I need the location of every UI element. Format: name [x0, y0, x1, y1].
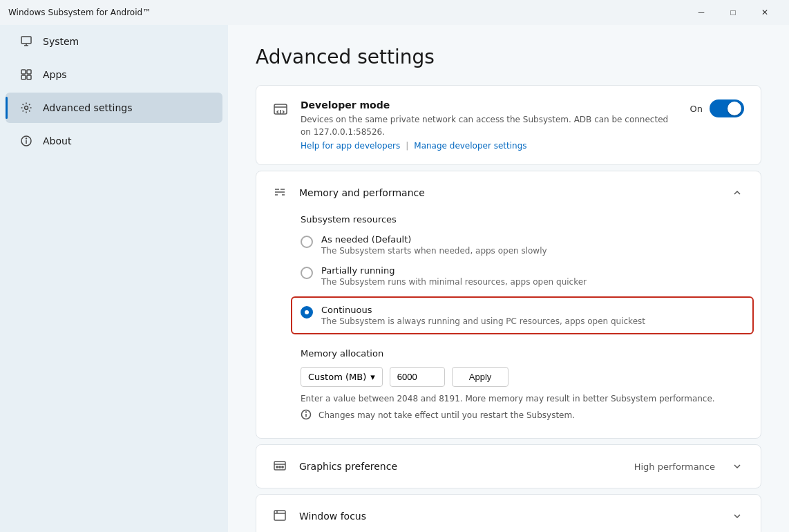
radio-as-needed: As needed (Default) The Subsystem starts…	[301, 234, 744, 256]
svg-rect-24	[279, 466, 281, 468]
sidebar-item-advanced-settings[interactable]: Advanced settings	[6, 93, 222, 123]
subsystem-resources-title: Subsystem resources	[301, 214, 744, 225]
memory-dropdown[interactable]: Custom (MB) ▾	[301, 367, 383, 387]
memory-warning-row: Changes may not take effect until you re…	[301, 409, 744, 421]
app-layout: System Apps Advanced settings	[0, 25, 789, 532]
radio-partially-running-button[interactable]	[301, 267, 313, 279]
svg-rect-26	[274, 511, 285, 520]
memory-performance-card: Memory and performance Subsystem resourc…	[256, 171, 761, 439]
svg-rect-5	[21, 75, 26, 79]
svg-point-7	[25, 106, 28, 110]
graphics-preference-title: Graphics preference	[299, 461, 625, 472]
graphics-preference-header[interactable]: Graphics preference High performance	[256, 445, 761, 488]
link-separator: |	[406, 141, 408, 151]
memory-warning-text: Changes may not take effect until you re…	[319, 410, 575, 420]
graphics-preference-value: High performance	[634, 462, 715, 472]
memory-hint: Enter a value between 2048 and 8191. Mor…	[301, 394, 744, 403]
radio-as-needed-button[interactable]	[301, 236, 313, 248]
radio-continuous: Continuous The Subsystem is always runni…	[291, 296, 754, 334]
svg-rect-25	[282, 466, 283, 468]
svg-rect-0	[21, 37, 31, 44]
svg-point-10	[26, 138, 27, 139]
window-focus-card: Window focus	[256, 494, 761, 532]
memory-performance-icon	[273, 185, 289, 202]
memory-performance-chevron	[730, 186, 744, 200]
sidebar-system-label: System	[43, 36, 79, 47]
sidebar-about-label: About	[43, 135, 71, 146]
developer-mode-header: Developer mode Devices on the same priva…	[256, 86, 761, 164]
window-focus-chevron	[730, 509, 744, 523]
memory-controls: Custom (MB) ▾ Apply	[301, 367, 744, 387]
svg-rect-23	[276, 466, 278, 468]
radio-partially-running: Partially running The Subsystem runs wit…	[301, 265, 744, 287]
developer-mode-icon	[273, 101, 289, 117]
radio-continuous-button[interactable]	[301, 306, 313, 319]
page-title: Advanced settings	[256, 46, 761, 68]
svg-rect-3	[21, 70, 26, 74]
grid-icon	[19, 68, 33, 82]
close-button[interactable]: ✕	[749, 1, 781, 23]
memory-input[interactable]	[390, 367, 445, 387]
minimize-button[interactable]: ─	[685, 1, 717, 23]
developer-mode-desc: Devices on the same private network can …	[301, 113, 679, 138]
graphics-preference-card: Graphics preference High performance	[256, 444, 761, 488]
radio-continuous-label: Continuous	[321, 305, 744, 315]
developer-mode-card: Developer mode Devices on the same priva…	[256, 85, 761, 165]
sidebar-advanced-settings-label: Advanced settings	[43, 102, 132, 113]
developer-mode-toggle-area: On	[690, 99, 744, 117]
info-circle-icon	[301, 409, 313, 421]
monitor-icon	[19, 35, 33, 48]
sidebar-item-system[interactable]: System	[6, 26, 222, 57]
sidebar-item-about[interactable]: About	[6, 126, 222, 156]
sidebar-item-apps[interactable]: Apps	[6, 59, 222, 90]
window-focus-header[interactable]: Window focus	[256, 495, 761, 532]
sidebar: System Apps Advanced settings	[0, 25, 228, 532]
graphics-icon	[273, 459, 289, 475]
svg-rect-6	[27, 75, 31, 79]
radio-continuous-text: Continuous The Subsystem is always runni…	[321, 305, 744, 326]
window-focus-title: Window focus	[299, 511, 721, 522]
radio-as-needed-text: As needed (Default) The Subsystem starts…	[321, 234, 744, 256]
svg-rect-4	[27, 70, 31, 74]
gear-icon	[19, 101, 33, 115]
maximize-button[interactable]: □	[717, 1, 749, 23]
developer-mode-content: Developer mode Devices on the same priva…	[301, 99, 679, 151]
dropdown-chevron-icon: ▾	[370, 372, 375, 382]
app-title: Windows Subsystem for Android™	[8, 8, 151, 17]
radio-as-needed-label: As needed (Default)	[321, 234, 744, 245]
window-icon	[273, 509, 289, 525]
radio-as-needed-desc: The Subsystem starts when needed, apps o…	[321, 246, 744, 256]
developer-mode-links: Help for app developers | Manage develop…	[301, 141, 679, 151]
toggle-on-label: On	[690, 104, 703, 114]
radio-partially-running-desc: The Subsystem runs with minimal resource…	[321, 277, 744, 287]
radio-partially-running-text: Partially running The Subsystem runs wit…	[321, 265, 744, 287]
memory-dropdown-value: Custom (MB)	[308, 372, 366, 382]
graphics-preference-chevron	[730, 459, 744, 473]
toggle-thumb	[728, 102, 741, 115]
radio-partially-running-label: Partially running	[321, 265, 744, 276]
memory-performance-body: Subsystem resources As needed (Default) …	[256, 214, 761, 438]
radio-continuous-desc: The Subsystem is always running and usin…	[321, 316, 744, 326]
memory-allocation-title: Memory allocation	[301, 348, 744, 359]
developer-mode-toggle[interactable]	[710, 99, 744, 117]
svg-point-20	[306, 412, 307, 412]
window-controls: ─ □ ✕	[685, 1, 781, 23]
main-content: Advanced settings Developer mode Devices…	[228, 25, 789, 532]
apply-button[interactable]: Apply	[452, 367, 509, 387]
svg-rect-21	[274, 462, 285, 470]
manage-developer-settings-link[interactable]: Manage developer settings	[414, 141, 526, 151]
memory-performance-header[interactable]: Memory and performance	[256, 171, 761, 214]
info-icon	[19, 134, 33, 148]
memory-performance-title: Memory and performance	[299, 187, 721, 198]
help-for-app-developers-link[interactable]: Help for app developers	[301, 141, 400, 151]
developer-mode-title: Developer mode	[301, 99, 679, 111]
sidebar-apps-label: Apps	[43, 69, 67, 80]
titlebar: Windows Subsystem for Android™ ─ □ ✕	[0, 0, 789, 25]
